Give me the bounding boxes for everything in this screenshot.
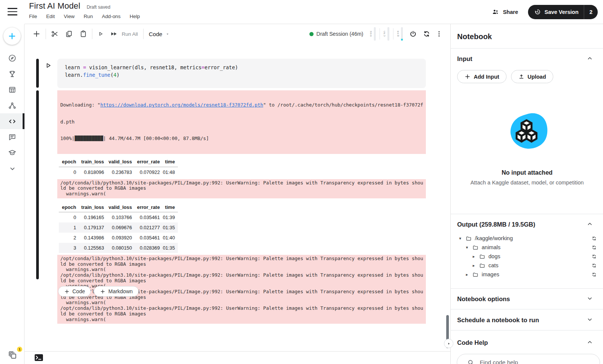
sidebar-item-code[interactable] (0, 113, 24, 129)
create-button[interactable] (3, 27, 21, 45)
version-count[interactable]: 2 (584, 9, 598, 15)
input-section: Input Add Input Upload No input (451, 48, 603, 214)
menu-help[interactable]: Help (130, 14, 140, 19)
cpu-bar (387, 27, 389, 41)
schedule-section[interactable]: Schedule a notebook to run (451, 309, 603, 330)
terminal-icon (34, 354, 43, 361)
save-version-label: Save Version (545, 9, 579, 15)
sync-icon[interactable] (591, 245, 597, 250)
output-tree-item--kaggle-working[interactable]: ▾/kaggle/working (457, 234, 597, 243)
save-version-button[interactable]: Save Version 2 (528, 5, 598, 19)
menu-add-ons[interactable]: Add-ons (102, 14, 121, 19)
caret-right-icon[interactable]: ▸ (471, 254, 477, 259)
run-current-button[interactable] (97, 30, 104, 38)
sync-icon[interactable] (591, 272, 597, 277)
paste-cell-button[interactable] (79, 30, 87, 38)
folder-label: animals (482, 244, 500, 250)
caret-right-icon[interactable]: ▸ (471, 263, 477, 268)
notebook-toolbar: Run All Code Draft Session (46m) HDD CPU… (24, 24, 450, 44)
cut-cell-button[interactable] (51, 30, 59, 38)
download-output: Downloading: "https://download.pytorch.o… (57, 90, 426, 154)
run-cell-button[interactable] (44, 61, 52, 70)
caret-down-icon[interactable]: ▾ (464, 245, 470, 250)
folder-label: /kaggle/working (475, 235, 513, 241)
add-code-cell-button[interactable]: Code (58, 286, 91, 297)
stop-session-button[interactable] (409, 30, 417, 38)
output-tree-item-images[interactable]: ▸images (457, 270, 597, 279)
copy-icon (65, 30, 73, 38)
notebook-options-section[interactable]: Notebook options (451, 288, 603, 309)
sync-icon[interactable] (591, 254, 597, 259)
menu-file[interactable]: File (29, 14, 37, 19)
menu-view[interactable]: View (64, 14, 75, 19)
sidebar-item-discussions[interactable] (0, 129, 24, 145)
download-progress-line: 100%|██████████| 44.7M/44.7M [00:00<00:0… (60, 136, 423, 142)
sidebar-item-datasets[interactable] (0, 82, 24, 97)
restart-session-button[interactable] (422, 30, 431, 38)
share-button[interactable]: Share (491, 8, 518, 16)
upload-button[interactable]: Upload (511, 70, 553, 83)
output-tree-item-cats[interactable]: ▸cats (457, 261, 597, 270)
add-markdown-cell-button[interactable]: Markdown (94, 286, 139, 297)
chevron-down-icon[interactable] (586, 295, 593, 302)
sidebar-item-home[interactable] (0, 50, 24, 66)
panel-title: Notebook (457, 32, 597, 41)
compass-icon (8, 54, 17, 62)
input-section-title: Input (457, 55, 597, 62)
add-cell-button[interactable] (32, 29, 41, 38)
toolbar-divider (92, 29, 92, 39)
play-outline-icon (44, 61, 52, 70)
console-toggle-button[interactable] (34, 354, 43, 361)
code-cell[interactable]: learn = vision_learner(dls, resnet18, me… (57, 59, 426, 88)
more-options-button[interactable] (435, 30, 443, 38)
sidebar-item-models[interactable] (0, 97, 24, 113)
left-sidebar: 1 (0, 24, 24, 364)
code-help-search-input[interactable] (480, 359, 585, 364)
sidebar-item-learn[interactable] (0, 145, 24, 161)
output-section: Output (259.8MB / 19.5GB) ▾/kaggle/worki… (451, 214, 603, 288)
people-icon (491, 8, 499, 16)
add-input-button[interactable]: Add Input (457, 70, 507, 83)
training-table-2: epochtrain_lossvalid_losserror_ratetime0… (59, 202, 178, 253)
hamburger-menu-button[interactable] (8, 7, 18, 16)
chevron-up-icon[interactable] (586, 55, 593, 62)
chevron-up-icon[interactable] (586, 339, 593, 346)
code-editor-content[interactable]: learn = vision_learner(dls, resnet18, me… (65, 64, 418, 79)
clipboard-icon (79, 30, 87, 38)
resource-gauges: HDD CPU RAM (370, 27, 403, 41)
sidebar-item-more[interactable] (0, 161, 24, 177)
empty-input-state: No input attached Attach a Kaggle datase… (457, 111, 597, 186)
run-all-button[interactable]: Run All (110, 30, 138, 38)
menu-edit[interactable]: Edit (46, 14, 55, 19)
sync-icon[interactable] (591, 236, 597, 241)
caret-right-icon[interactable]: ▸ (464, 272, 470, 277)
toolbar-divider (143, 29, 144, 39)
chevron-down-icon[interactable] (586, 316, 593, 323)
cpu-gauge: CPU (384, 27, 389, 41)
share-label: Share (503, 9, 518, 15)
training-table-1: epochtrain_lossvalid_losserror_ratetime0… (59, 157, 178, 177)
table-icon (8, 85, 17, 94)
download-link[interactable]: https://download.pytorch.org/models/resn… (100, 102, 263, 108)
toolbar-divider (46, 29, 46, 39)
draft-status: Draft saved (87, 5, 110, 10)
menu-run[interactable]: Run (84, 14, 93, 19)
folder-icon (472, 271, 479, 278)
fast-forward-icon (110, 30, 118, 38)
output-tree-item-animals[interactable]: ▾animals (457, 243, 597, 252)
code-help-search (457, 354, 600, 364)
gauge-divider (380, 28, 380, 40)
chevron-down-icon (8, 164, 17, 173)
chevron-up-icon[interactable] (586, 221, 593, 227)
notebook-title[interactable]: First AI Model (29, 1, 80, 11)
session-status[interactable]: Draft Session (46m) (309, 31, 363, 37)
panel-collapse-toggle[interactable] (444, 339, 453, 348)
caret-down-icon[interactable]: ▾ (457, 236, 463, 241)
sync-icon[interactable] (591, 263, 597, 268)
cell-type-dropdown[interactable]: Code (149, 31, 170, 37)
sidebar-item-competitions[interactable] (0, 66, 24, 82)
copy-cell-button[interactable] (65, 30, 73, 38)
recent-files-button[interactable]: 1 (8, 350, 19, 361)
caret-right-icon (447, 342, 451, 346)
output-tree-item-dogs[interactable]: ▸dogs (457, 252, 597, 261)
